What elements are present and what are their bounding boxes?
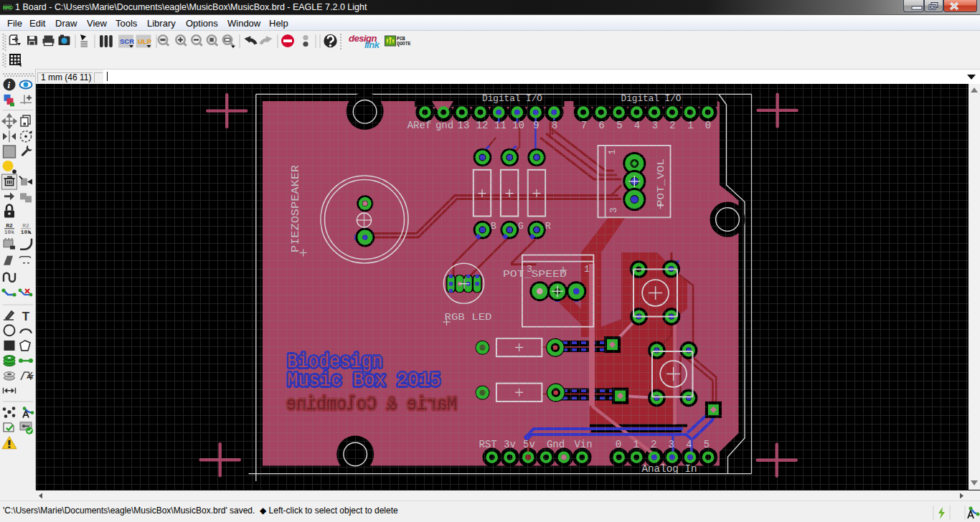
svg-text:PCB: PCB (397, 37, 405, 42)
svg-text:QUOTE: QUOTE (397, 42, 411, 47)
svg-text:link: link (364, 39, 380, 50)
svg-text:10k: 10k (4, 229, 15, 235)
svg-text:SCR: SCR (120, 37, 134, 45)
svg-text:R2: R2 (22, 222, 29, 229)
svg-text:i: i (8, 80, 11, 90)
svg-text:ULP: ULP (138, 37, 152, 45)
svg-text:R2: R2 (6, 222, 13, 229)
svg-text:T: T (22, 310, 30, 323)
svg-text:AT: AT (27, 374, 34, 380)
